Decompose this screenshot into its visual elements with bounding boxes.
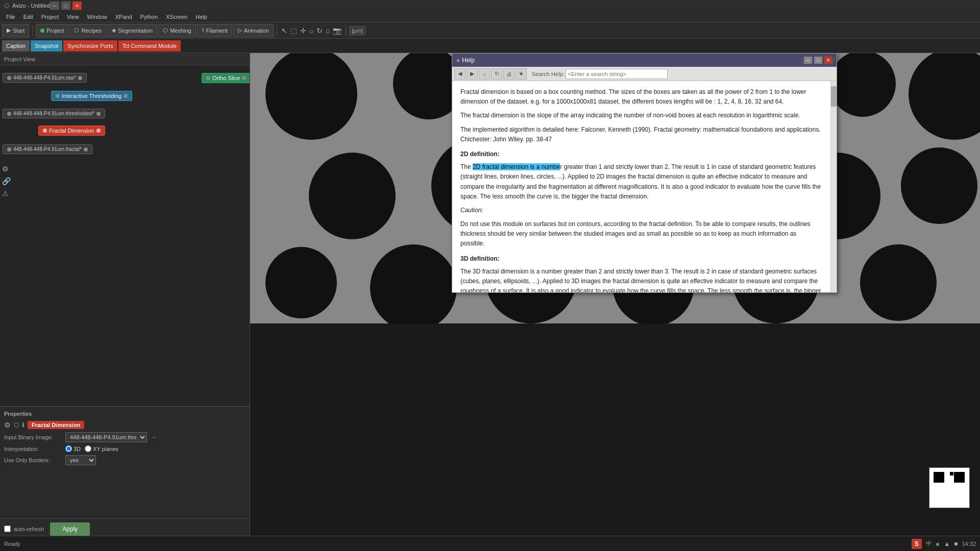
prop-module-row: ⚙ ⬡ ℹ Fractal Dimension: [4, 421, 246, 429]
thresh-label: Interactive Thresholding: [62, 93, 121, 99]
menu-window[interactable]: Window: [83, 13, 111, 21]
caption-btn[interactable]: Caption: [2, 40, 30, 52]
help-minimize-btn[interactable]: ─: [804, 57, 812, 64]
sync-ports-btn[interactable]: Synchronize Ports: [63, 40, 117, 52]
properties-panel: Properties ⚙ ⬡ ℹ Fractal Dimension Input…: [0, 406, 250, 518]
properties-header: Properties: [4, 411, 246, 417]
borders-select[interactable]: yes no: [65, 455, 96, 465]
taskbar-up-arrow: ▲: [944, 540, 950, 547]
recipes-button[interactable]: ⬡ Recipes: [69, 24, 106, 37]
animation-button[interactable]: ▷ Animation: [233, 24, 274, 37]
intro-para-1: Fractal dimension is based on a box coun…: [460, 87, 822, 107]
segmentation-button[interactable]: ◈ Segmentation: [107, 24, 157, 37]
bookmark-btn[interactable]: ★: [516, 68, 527, 80]
tool-zoom[interactable]: ⌕: [309, 27, 313, 35]
link-icon-props: ⬡: [14, 421, 19, 429]
home-btn[interactable]: ⌂: [479, 68, 490, 80]
qr-code-grid: [934, 472, 966, 504]
meshing-button[interactable]: ⬡ Meshing: [158, 24, 196, 37]
menu-help[interactable]: Help: [191, 13, 211, 21]
help-content-container: Fractal dimension is based on a box coun…: [452, 81, 837, 292]
reload-btn[interactable]: ↻: [491, 68, 502, 80]
menu-xpand[interactable]: XPand: [111, 13, 136, 21]
search-help-input[interactable]: [566, 69, 668, 79]
qr-corner-tr: [954, 472, 965, 483]
snapshot-btn[interactable]: Snapshot: [31, 40, 62, 52]
warning-icon[interactable]: ⚠: [2, 189, 11, 197]
maximize-button[interactable]: □: [61, 2, 70, 10]
input-image-select[interactable]: 448-448-448-P4.91um.thresholded: [65, 432, 147, 442]
radio-xy[interactable]: XY planes: [85, 445, 118, 452]
radio-3d[interactable]: 3D: [65, 445, 81, 452]
app-icon: ⬡: [4, 3, 9, 9]
tool-camera[interactable]: 📷: [333, 27, 341, 35]
svg-point-14: [901, 147, 977, 224]
radio-xy-input[interactable]: [85, 445, 91, 452]
node-interactive-thresh[interactable]: Interactive Thresholding: [51, 91, 132, 101]
radio-3d-input[interactable]: [65, 445, 72, 452]
menu-bar: File Edit Project View Window XPand Pyth…: [0, 11, 980, 22]
fractal-output-label: 448-448-448-P4.91um.fractal*: [13, 146, 82, 152]
help-titlebar: ● Help ─ □ ✕: [452, 54, 837, 67]
qr-code-area: [929, 467, 970, 508]
fractal-conn-l: [43, 129, 47, 133]
start-button[interactable]: ▶ Start: [2, 24, 29, 37]
svg-point-9: [309, 153, 396, 239]
def-3d-text: The 3D fractal dimension is a number gre…: [460, 267, 822, 292]
tool-reset[interactable]: ⌂: [326, 27, 330, 35]
filament-button[interactable]: ⌇ Filament: [197, 24, 232, 37]
taskbar-lang: 中: [926, 540, 932, 547]
menu-edit[interactable]: Edit: [19, 13, 37, 21]
node-thresholded[interactable]: 448-448-448-P4.91um.thresholded*: [3, 109, 105, 118]
node-ortho-slice[interactable]: Ortho Slice: [202, 73, 250, 83]
minimize-button[interactable]: ─: [50, 2, 59, 10]
help-dialog: ● Help ─ □ ✕ ◀ ▶ ⌂ ↻ 🖨 ★ Search Help:: [452, 53, 837, 293]
anim-icon: ▷: [238, 27, 242, 34]
auto-refresh-checkbox[interactable]: [4, 525, 11, 532]
menu-file[interactable]: File: [2, 13, 19, 21]
help-scrollbar[interactable]: [830, 81, 837, 292]
menu-project[interactable]: Project: [37, 13, 63, 21]
input-image-label: Input Binary Image:: [4, 434, 65, 440]
thresh-conn-left: [56, 94, 60, 98]
gear-icon[interactable]: ⚙: [2, 165, 11, 173]
scrollbar-thumb[interactable]: [831, 86, 837, 107]
main-toolbar: ▶ Start Project ⬡ Recipes ◈ Segmentation…: [0, 22, 980, 39]
thresh-data-conn-r: [96, 112, 101, 116]
tool-select[interactable]: ⬚: [290, 27, 297, 35]
menu-python[interactable]: Python: [136, 13, 162, 21]
radio-xy-label: XY planes: [93, 446, 118, 452]
back-btn[interactable]: ◀: [454, 68, 465, 80]
seg-icon: ◈: [112, 27, 116, 34]
help-toolbar: ◀ ▶ ⌂ ↻ 🖨 ★ Search Help:: [452, 67, 837, 81]
def-3d-title: 3D definition:: [460, 254, 822, 264]
title-bar-title: Avizo - Untitled: [12, 3, 50, 9]
node-raw-data[interactable]: 448-448-448-P4.91um.raw*: [3, 73, 87, 83]
help-maximize-btn[interactable]: □: [814, 57, 822, 64]
project-button[interactable]: Project: [36, 24, 68, 37]
apply-button[interactable]: Apply: [50, 522, 90, 536]
secondary-toolbar: Caption Snapshot Synchronize Ports Tcl C…: [0, 39, 980, 53]
menu-xscreen[interactable]: XScreen: [162, 13, 191, 21]
close-button[interactable]: ✕: [72, 2, 82, 10]
tcl-module-btn[interactable]: Tcl Command Module: [118, 40, 181, 52]
node-fractal-dim[interactable]: Fractal Dimension: [38, 126, 105, 136]
fractal-label: Fractal Dimension: [49, 128, 94, 134]
tool-rotate[interactable]: ↻: [316, 27, 323, 35]
thresholded-label: 448-448-448-P4.91um.thresholded*: [13, 111, 94, 116]
node-fractal-output[interactable]: 448-448-448-P4.91um.fractal*: [3, 144, 92, 154]
forward-btn[interactable]: ▶: [467, 68, 478, 80]
tool-move[interactable]: ✛: [300, 27, 306, 35]
help-close-btn[interactable]: ✕: [824, 57, 832, 64]
prop-interpretation-row: Interpretation: 3D XY planes: [4, 445, 246, 452]
link-icon[interactable]: 🔗: [2, 177, 11, 185]
print-btn[interactable]: 🖨: [503, 68, 514, 80]
prop-borders-row: Use Only Borders: yes no: [4, 455, 246, 465]
tool-cursor[interactable]: ↖: [281, 27, 287, 35]
title-bar-controls: ─ □ ✕: [50, 2, 82, 10]
menu-view[interactable]: View: [63, 13, 83, 21]
interpretation-radio-group: 3D XY planes: [65, 445, 118, 452]
radio-3d-label: 3D: [74, 446, 81, 452]
recipes-icon: ⬡: [74, 27, 79, 34]
toolbar-sep2: [277, 26, 277, 36]
